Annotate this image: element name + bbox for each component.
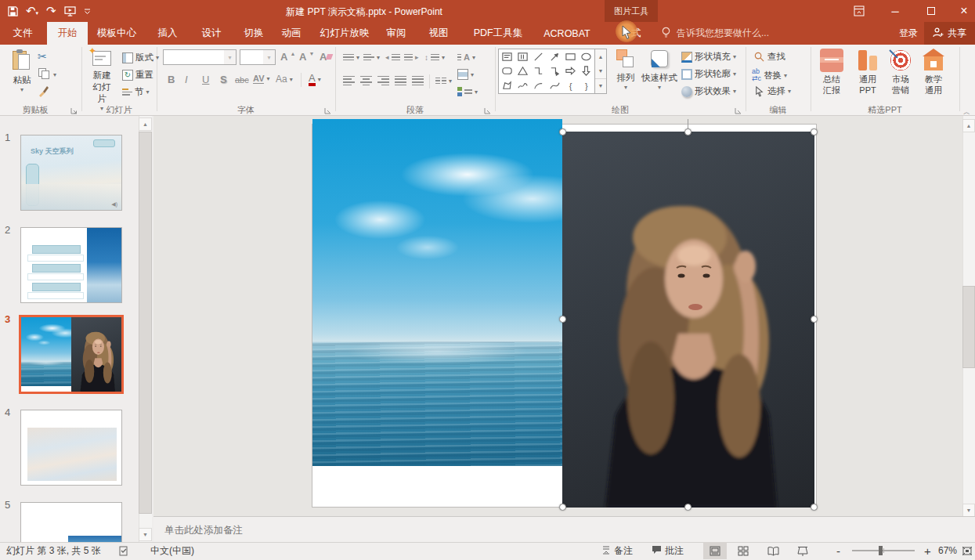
resize-handle-middle-left[interactable] xyxy=(559,316,566,323)
tab-acrobat[interactable]: ACROBAT xyxy=(534,22,600,45)
shape-right-brace-icon[interactable]: } xyxy=(579,78,594,93)
zoom-in-button[interactable]: + xyxy=(924,542,931,559)
spell-check-icon[interactable] xyxy=(119,542,129,559)
align-text-button[interactable]: ▾ xyxy=(457,69,474,80)
align-right-button[interactable] xyxy=(377,75,389,86)
slide-5-thumbnail[interactable] xyxy=(20,502,122,542)
tab-transitions[interactable]: 切换 xyxy=(235,22,273,45)
line-spacing-button[interactable]: ↕▾ xyxy=(424,52,445,63)
zoom-slider-thumb[interactable] xyxy=(879,546,883,555)
new-slide-button[interactable]: ✦ 新建幻灯片 ▾ xyxy=(85,49,119,112)
shape-outline-button[interactable]: 形状轮廓▾ xyxy=(681,68,736,80)
shape-line-icon[interactable] xyxy=(531,49,547,64)
featured-marketing[interactable]: 市场营销 xyxy=(883,49,918,96)
featured-general-ppt[interactable]: 通用PPT xyxy=(850,49,885,96)
gallery-more-icon[interactable]: ▼ xyxy=(595,78,606,93)
zoom-level[interactable]: 67% xyxy=(938,542,957,559)
sign-in-button[interactable]: 登录 xyxy=(893,22,924,45)
reading-view-button[interactable] xyxy=(761,542,785,559)
tell-me-search[interactable]: 告诉我您想要做什么... xyxy=(661,22,769,45)
share-button[interactable]: 共享 xyxy=(924,22,975,45)
copy-button[interactable] xyxy=(38,68,49,79)
slide-1-thumbnail[interactable]: Sky 天空系列 ◀) xyxy=(20,135,122,211)
shape-curve-icon[interactable] xyxy=(547,78,562,93)
minimize-button[interactable]: ─ xyxy=(882,0,908,22)
numbering-button[interactable]: ▾ xyxy=(363,52,380,63)
tab-pdf-tools[interactable]: PDF工具集 xyxy=(467,22,529,45)
resize-handle-bottom-center[interactable] xyxy=(684,504,692,511)
copy-dropdown[interactable]: ▾ xyxy=(53,71,56,78)
format-painter-button[interactable] xyxy=(38,85,50,99)
resize-handle-top-left[interactable] xyxy=(559,128,566,135)
resize-handle-bottom-right[interactable] xyxy=(811,504,818,511)
shapes-gallery-scroll[interactable]: ▲ ▼ ▼ xyxy=(595,49,607,94)
shapes-gallery[interactable]: { } xyxy=(498,49,595,94)
drawing-dialog-launcher[interactable] xyxy=(735,106,742,114)
zoom-out-button[interactable]: - xyxy=(836,542,840,559)
featured-education[interactable]: 教学通用 xyxy=(916,49,951,96)
quick-styles-button[interactable]: 快速样式 ▾ xyxy=(641,49,678,91)
align-left-button[interactable] xyxy=(343,75,355,86)
font-size-combo[interactable]: ▾ xyxy=(240,49,276,65)
shape-elbow-connector-icon[interactable] xyxy=(531,64,547,79)
font-color-button[interactable]: A xyxy=(309,73,316,86)
tab-slide-show[interactable]: 幻灯片放映 xyxy=(313,22,376,45)
canvas-scrollbar-thumb[interactable] xyxy=(962,286,975,368)
ocean-sky-image[interactable] xyxy=(312,119,562,466)
paste-button[interactable]: 粘贴 ▾ xyxy=(8,49,36,93)
shape-freeform-icon[interactable] xyxy=(499,78,515,93)
resize-handle-top-center[interactable] xyxy=(684,128,692,135)
fit-to-window-button[interactable] xyxy=(962,542,973,559)
character-spacing-button[interactable]: AV xyxy=(253,74,264,84)
panel-scroll-down-icon[interactable]: ▼ xyxy=(139,528,152,541)
section-button[interactable]: 节▾ xyxy=(122,86,150,98)
notes-placeholder[interactable]: 单击此处添加备注 xyxy=(164,524,243,537)
comments-toggle[interactable]: 批注 xyxy=(652,542,684,559)
tab-view[interactable]: 视图 xyxy=(420,22,457,45)
distribute-button[interactable] xyxy=(412,75,424,86)
columns-button[interactable]: ▾ xyxy=(435,75,452,86)
panel-scroll-up-icon[interactable]: ▲ xyxy=(139,117,152,131)
zoom-slider[interactable] xyxy=(852,542,915,559)
shape-triangle-icon[interactable] xyxy=(515,64,530,79)
clipboard-dialog-launcher[interactable] xyxy=(70,106,78,114)
shape-scribble-icon[interactable] xyxy=(515,78,530,93)
slide-2-thumbnail[interactable] xyxy=(20,227,122,303)
normal-view-button[interactable] xyxy=(703,542,727,559)
bullets-button[interactable]: ▾ xyxy=(343,52,359,63)
tab-file[interactable]: 文件 xyxy=(6,22,39,45)
tab-insert[interactable]: 插入 xyxy=(149,22,186,45)
select-button[interactable]: 选择▾ xyxy=(753,85,791,97)
slide-editing-canvas[interactable] xyxy=(153,116,962,516)
slide-sorter-view-button[interactable] xyxy=(731,542,755,559)
replace-button[interactable]: ab⇄c 替换▾ xyxy=(752,68,787,82)
shape-arc-icon[interactable] xyxy=(531,78,547,93)
text-shadow-button[interactable]: S xyxy=(220,74,227,85)
text-direction-button[interactable]: A▾ xyxy=(457,52,475,63)
shrink-font-button[interactable]: A▼ xyxy=(299,51,314,63)
shape-vertical-textbox-icon[interactable] xyxy=(515,49,530,64)
shape-left-brace-icon[interactable]: { xyxy=(562,78,578,93)
decrease-indent-button[interactable]: ◂ xyxy=(385,52,400,63)
change-case-button[interactable]: Aa xyxy=(276,74,287,85)
slideshow-view-button[interactable] xyxy=(791,542,814,559)
shape-fill-button[interactable]: 形状填充▾ xyxy=(681,51,736,63)
shape-effects-button[interactable]: 形状效果▾ xyxy=(681,85,736,97)
increase-indent-button[interactable]: ▸ xyxy=(404,52,419,63)
resize-handle-top-right[interactable] xyxy=(811,128,818,135)
shape-right-arrow-icon[interactable] xyxy=(562,64,578,79)
italic-button[interactable]: I xyxy=(185,74,188,85)
cut-button[interactable]: ✂ xyxy=(38,50,47,63)
align-center-button[interactable] xyxy=(360,75,372,86)
shape-textbox-icon[interactable] xyxy=(499,49,515,64)
notes-pane[interactable]: 单击此处添加备注 xyxy=(153,516,975,542)
slide-3-thumbnail-selected[interactable] xyxy=(20,316,122,392)
canvas-scroll-down-icon[interactable]: ▼ xyxy=(962,504,975,517)
tab-home[interactable]: 开始 xyxy=(47,22,88,45)
close-button[interactable]: × xyxy=(951,0,975,22)
clear-formatting-button[interactable]: A xyxy=(320,51,332,63)
ribbon-display-options-icon[interactable] xyxy=(846,0,872,22)
reset-button[interactable]: ↻ 重置 xyxy=(122,69,153,81)
shape-rounded-rectangle-icon[interactable] xyxy=(499,64,515,79)
arrange-button[interactable]: 排列 ▾ xyxy=(611,49,641,91)
